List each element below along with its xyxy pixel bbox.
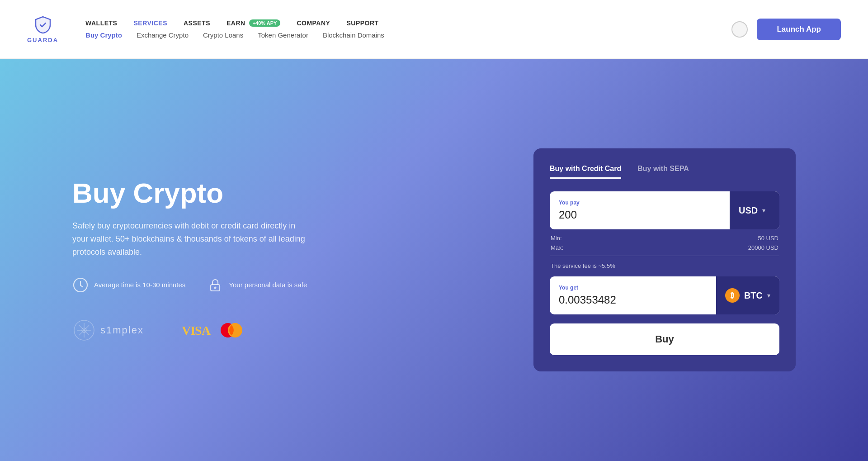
nav-wallets[interactable]: WALLETS <box>85 19 117 27</box>
mastercard-logo <box>220 321 243 339</box>
nav-services[interactable]: SERVICES <box>133 19 167 27</box>
divider <box>550 256 779 256</box>
nav-buy-crypto[interactable]: Buy Crypto <box>85 31 122 39</box>
btc-symbol: ₿ <box>731 291 734 299</box>
nav-sub-links: Buy Crypto Exchange Crypto Crypto Loans … <box>85 31 384 39</box>
btc-code: BTC <box>744 290 763 301</box>
nav-company[interactable]: COMPANY <box>297 19 330 27</box>
logo-text: GUARDA <box>27 37 58 43</box>
feature-security: Your personal data is safe <box>207 277 307 293</box>
you-pay-label: You pay <box>559 200 721 206</box>
simplex-icon <box>72 318 96 342</box>
hero-section: Buy Crypto Safely buy cryptocurrencies w… <box>0 59 868 461</box>
hero-description: Safely buy cryptocurrencies with debit o… <box>72 219 307 258</box>
feature-time-text: Average time is 10-30 minutes <box>94 281 185 289</box>
svg-text:VISA: VISA <box>182 323 211 337</box>
you-pay-inner: You pay <box>550 191 730 229</box>
theme-toggle[interactable] <box>731 21 748 38</box>
max-label: Max: <box>551 244 563 251</box>
widget-tabs: Buy with Credit Card Buy with SEPA <box>550 165 779 179</box>
nav-top-links: WALLETS SERVICES ASSETS EARN +40% APY CO… <box>85 19 384 27</box>
currency-btc-selector[interactable]: ₿ BTC ▾ <box>716 276 779 314</box>
buy-widget: Buy with Credit Card Buy with SEPA You p… <box>533 148 796 371</box>
hero-logos: s1mplex VISA <box>72 318 497 342</box>
fee-text: The service fee is ~5.5% <box>550 262 779 269</box>
max-row: Max: 20000 USD <box>550 244 779 251</box>
currency-usd-selector[interactable]: USD ▾ <box>730 191 779 229</box>
you-pay-group: You pay USD ▾ <box>550 191 779 229</box>
lock-icon <box>207 277 223 293</box>
feature-security-text: Your personal data is safe <box>229 281 307 289</box>
nav-token-generator[interactable]: Token Generator <box>258 31 308 39</box>
nav-main: WALLETS SERVICES ASSETS EARN +40% APY CO… <box>85 19 384 39</box>
you-get-inner: You get <box>550 276 716 314</box>
tab-credit-card[interactable]: Buy with Credit Card <box>550 165 621 179</box>
max-value: 20000 USD <box>748 244 778 251</box>
clock-icon <box>72 277 89 293</box>
buy-button[interactable]: Buy <box>550 323 779 355</box>
min-row: Min: 50 USD <box>550 235 779 242</box>
btc-chevron-icon: ▾ <box>767 292 770 299</box>
you-pay-input[interactable] <box>559 209 721 221</box>
you-get-group: You get ₿ BTC ▾ <box>550 276 779 314</box>
simplex-text: s1mplex <box>100 324 144 336</box>
hero-features: Average time is 10-30 minutes Your perso… <box>72 277 497 293</box>
svg-point-2 <box>214 286 217 289</box>
nav-blockchain-domains[interactable]: Blockchain Domains <box>323 31 384 39</box>
nav-support[interactable]: SUPPORT <box>346 19 378 27</box>
nav-right: Launch App <box>731 19 841 40</box>
visa-logo: VISA <box>180 321 216 339</box>
usd-code: USD <box>739 205 758 216</box>
you-get-label: You get <box>559 285 707 291</box>
nav-exchange-crypto[interactable]: Exchange Crypto <box>137 31 189 39</box>
btc-icon: ₿ <box>725 288 740 303</box>
navbar: GUARDA WALLETS SERVICES ASSETS EARN +40%… <box>0 0 868 59</box>
feature-time: Average time is 10-30 minutes <box>72 277 185 293</box>
nav-assets[interactable]: ASSETS <box>184 19 210 27</box>
nav-earn[interactable]: EARN <box>226 19 245 27</box>
hero-left: Buy Crypto Safely buy cryptocurrencies w… <box>72 178 497 342</box>
launch-app-button[interactable]: Launch App <box>757 19 841 40</box>
min-label: Min: <box>551 235 562 242</box>
hero-title: Buy Crypto <box>72 178 497 209</box>
simplex-logo: s1mplex <box>72 318 144 342</box>
min-value: 50 USD <box>758 235 778 242</box>
tab-sepa[interactable]: Buy with SEPA <box>637 165 689 179</box>
nav-crypto-loans[interactable]: Crypto Loans <box>203 31 243 39</box>
widget-container: Buy with Credit Card Buy with SEPA You p… <box>533 148 796 371</box>
earn-badge: +40% APY <box>249 19 281 27</box>
logo[interactable]: GUARDA <box>27 15 58 43</box>
chevron-down-icon: ▾ <box>762 207 765 214</box>
payment-logos: VISA <box>180 321 243 339</box>
you-get-input[interactable] <box>559 294 707 306</box>
